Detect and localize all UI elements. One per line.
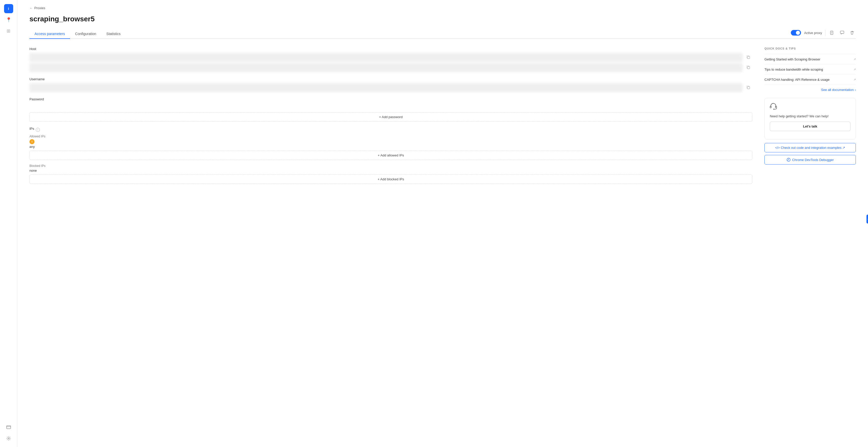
settings-icon[interactable] xyxy=(4,434,13,443)
password-label: Password xyxy=(29,97,752,101)
headset-icon xyxy=(770,103,850,111)
host-value2 xyxy=(29,63,743,72)
ips-info-icon[interactable]: i xyxy=(36,128,40,132)
billing-icon[interactable] xyxy=(4,423,13,432)
add-password-button[interactable]: + Add password xyxy=(29,112,752,122)
page-title: scraping_browser5 xyxy=(29,15,856,23)
host-copy-button2[interactable] xyxy=(745,64,752,71)
code-example-section: </> Check out code and integration examp… xyxy=(765,143,856,165)
docs-panel: QUICK DOCS & TIPS Getting Started with S… xyxy=(765,47,856,189)
add-allowed-ips-button[interactable]: + Add allowed IPs xyxy=(29,151,752,160)
username-copy-button[interactable] xyxy=(745,84,752,91)
add-blocked-ips-button[interactable]: + Add blocked IPs xyxy=(29,175,752,184)
chat-button[interactable] xyxy=(839,29,846,36)
username-value xyxy=(29,83,743,92)
username-field-row xyxy=(29,83,752,92)
ips-label-row: IPs i xyxy=(29,127,752,132)
username-field-group: Username xyxy=(29,77,752,92)
location-icon[interactable]: 📍 xyxy=(4,15,13,24)
blocked-ips-value: none xyxy=(29,169,752,173)
doc-link-arrow-0: ↗ xyxy=(854,58,856,61)
blocked-ips-label: Blocked IPs xyxy=(29,164,752,168)
ips-field-group: IPs i Allowed IPs ! any + Add allowed IP… xyxy=(29,127,752,184)
doc-link-getting-started[interactable]: Getting Started with Scraping Browser ↗ xyxy=(765,54,856,64)
sidebar: i 📍 ⊞ xyxy=(0,0,17,447)
allowed-ips-value: any xyxy=(29,145,752,149)
breadcrumb-arrow: ← xyxy=(29,6,33,10)
tabs-right: Active proxy xyxy=(791,29,856,38)
support-card: Need help getting started? We can help! … xyxy=(765,98,856,140)
accessibility-tab[interactable]: Accessibility xyxy=(866,215,868,224)
host-label: Host xyxy=(29,47,752,51)
active-proxy-toggle[interactable] xyxy=(791,30,801,35)
see-all-docs-link[interactable]: See all documentation › xyxy=(765,88,856,92)
layers-icon[interactable]: ⊞ xyxy=(4,26,13,35)
username-label: Username xyxy=(29,77,752,81)
tab-configuration[interactable]: Configuration xyxy=(70,29,101,39)
doc-button[interactable] xyxy=(828,29,836,36)
host-field-row2 xyxy=(29,63,752,72)
tabs-left: Access parameters Configuration Statisti… xyxy=(29,29,126,38)
allowed-ips-label: Allowed IPs xyxy=(29,135,752,138)
lets-talk-button[interactable]: Let's talk xyxy=(770,122,850,131)
host-field-row xyxy=(29,53,752,62)
svg-rect-9 xyxy=(747,66,750,69)
host-field-group: Host xyxy=(29,47,752,72)
content-grid: Host Username xyxy=(29,47,856,189)
svg-point-2 xyxy=(8,438,9,439)
breadcrumb-link[interactable]: Proxies xyxy=(34,6,45,10)
warning-badge: ! xyxy=(29,139,34,144)
tabs-bar: Access parameters Configuration Statisti… xyxy=(29,29,856,39)
host-value xyxy=(29,53,743,62)
breadcrumb: ← Proxies xyxy=(29,6,856,10)
info-icon[interactable]: i xyxy=(4,4,13,13)
host-copy-button[interactable] xyxy=(745,54,752,61)
doc-link-arrow-1: ↗ xyxy=(854,68,856,71)
svg-point-13 xyxy=(774,109,774,110)
tab-access-parameters[interactable]: Access parameters xyxy=(29,29,70,39)
svg-rect-8 xyxy=(747,56,750,59)
tab-statistics[interactable]: Statistics xyxy=(101,29,126,39)
password-field-row xyxy=(29,103,752,111)
svg-rect-0 xyxy=(7,426,11,429)
doc-link-captcha[interactable]: CAPTCHA handling: API Reference & usage … xyxy=(765,75,856,85)
active-proxy-label: Active proxy xyxy=(804,31,822,35)
sidebar-bottom xyxy=(4,423,13,443)
svg-rect-10 xyxy=(747,87,750,89)
code-example-button[interactable]: </> Check out code and integration examp… xyxy=(765,143,856,152)
ips-label: IPs xyxy=(29,127,34,130)
support-help-text: Need help getting started? We can help! xyxy=(770,114,850,118)
doc-link-bandwidth[interactable]: Tips to reduce bandwidth while scraping … xyxy=(765,64,856,75)
doc-link-arrow-2: ↗ xyxy=(854,78,856,81)
delete-button[interactable] xyxy=(849,29,856,36)
docs-section-title: QUICK DOCS & TIPS xyxy=(765,47,856,50)
main-content: ← Proxies scraping_browser5 Access param… xyxy=(17,0,868,447)
password-field-group: Password + Add password xyxy=(29,97,752,122)
svg-rect-7 xyxy=(840,31,844,33)
form-section: Host Username xyxy=(29,47,752,189)
devtools-button[interactable]: Chrome DevTools Debugger xyxy=(765,155,856,165)
